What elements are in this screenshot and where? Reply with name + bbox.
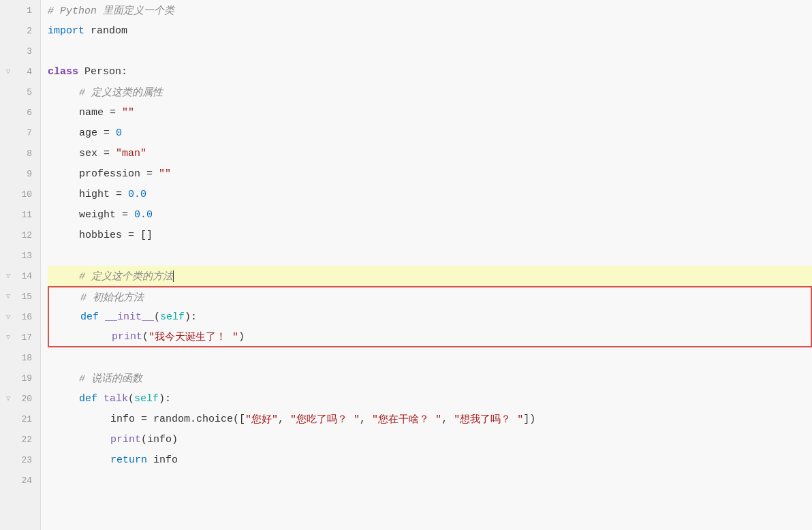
code-line-22: print(info) [48, 429, 812, 450]
token-21-3: "您吃了吗？ " [290, 413, 360, 426]
line-num-text-8: 8 [27, 149, 32, 159]
fold-icon-20[interactable]: ▽ [4, 394, 12, 403]
token-9-1: "" [159, 168, 171, 180]
line-num-text-16: 16 [21, 312, 32, 322]
token-20-4: self [134, 393, 159, 405]
code-area[interactable]: # Python 里面定义一个类import randomclass Perso… [41, 0, 812, 530]
line-number-13: 13 [0, 245, 40, 266]
line-number-24: 24 [0, 470, 40, 490]
token-20-2: talk [104, 393, 128, 405]
line-number-17: ▽17 [0, 327, 40, 347]
code-line-16: def __init__(self): [48, 307, 812, 327]
line-num-text-4: 4 [27, 67, 32, 77]
line-number-23: 23 [0, 450, 40, 470]
line-num-text-15: 15 [21, 292, 32, 302]
token-11-1: 0.0 [134, 209, 153, 221]
line-number-22: 22 [0, 429, 40, 450]
line-number-3: 3 [0, 41, 40, 61]
code-line-14: # 定义这个类的方法 [48, 266, 812, 286]
token-16-0: def [80, 311, 99, 323]
token-17-2: "我今天诞生了！ " [149, 330, 238, 343]
line-number-10: 10 [0, 184, 40, 204]
line-num-text-5: 5 [27, 87, 32, 97]
fold-icon-4[interactable]: ▽ [4, 67, 12, 76]
code-line-24 [48, 470, 812, 490]
line-number-2: 2 [0, 20, 40, 41]
code-editor: 123▽45678910111213▽14▽15▽16▽171819▽20212… [0, 0, 812, 530]
token-21-6: , [441, 414, 454, 425]
token-22-1: (info) [141, 434, 178, 446]
line-num-text-6: 6 [27, 108, 32, 118]
line-number-5: 5 [0, 82, 40, 102]
token-4-0: class [48, 66, 78, 78]
line-number-7: 7 [0, 123, 40, 143]
code-line-15: # 初始化方法 [48, 286, 812, 307]
token-2-1: random [84, 25, 127, 37]
token-7-1: 0 [116, 127, 122, 139]
line-num-text-11: 11 [21, 210, 32, 220]
line-number-8: 8 [0, 143, 40, 163]
token-9-0: profession = [79, 168, 159, 180]
token-19-0: # 说话的函数 [79, 372, 142, 385]
fold-icon-16[interactable]: ▽ [4, 313, 12, 321]
token-20-3: ( [128, 393, 134, 405]
line-num-text-1: 1 [27, 5, 32, 16]
token-21-2: , [278, 414, 290, 425]
token-20-0: def [79, 393, 97, 405]
code-line-9: profession = "" [48, 163, 812, 184]
line-number-1: 1 [0, 0, 40, 20]
code-line-12: hobbies = [] [48, 225, 812, 245]
token-17-0: print [112, 331, 142, 343]
fold-icon-17[interactable]: ▽ [4, 333, 12, 341]
code-line-13 [48, 245, 812, 266]
line-num-text-9: 9 [27, 169, 32, 179]
code-line-11: weight = 0.0 [48, 204, 812, 225]
token-8-0: sex = [79, 148, 116, 159]
token-20-1 [97, 393, 104, 405]
token-16-4: self [160, 311, 185, 323]
token-4-1: Person: [78, 66, 127, 78]
line-num-text-2: 2 [27, 26, 32, 36]
line-number-14: ▽14 [0, 266, 40, 286]
cursor [173, 270, 174, 282]
code-line-3 [48, 41, 812, 61]
token-23-1: info [147, 454, 178, 466]
line-num-text-3: 3 [27, 46, 32, 57]
line-num-text-12: 12 [21, 230, 32, 240]
token-7-0: age = [79, 127, 116, 139]
line-num-text-19: 19 [21, 373, 32, 384]
code-line-21: info = random.choice(["您好", "您吃了吗？ ", "您… [48, 409, 812, 429]
line-number-11: 11 [0, 204, 40, 225]
token-21-5: "您在干啥？ " [372, 413, 441, 426]
token-6-1: "" [122, 107, 134, 119]
code-line-5: # 定义这类的属性 [48, 82, 812, 102]
code-line-17: print("我今天诞生了！ ") [48, 327, 812, 347]
code-line-20: def talk(self): [48, 388, 812, 409]
fold-icon-14[interactable]: ▽ [4, 272, 12, 280]
token-23-0: return [110, 454, 147, 466]
token-5-0: # 定义这类的属性 [79, 86, 163, 99]
line-num-text-7: 7 [27, 128, 32, 138]
token-8-1: "man" [116, 148, 146, 159]
line-num-text-14: 14 [21, 271, 32, 281]
code-line-2: import random [48, 20, 812, 41]
line-number-20: ▽20 [0, 388, 40, 409]
code-line-7: age = 0 [48, 123, 812, 143]
token-2-0: import [48, 25, 84, 37]
token-12-0: hobbies = [] [79, 230, 153, 241]
line-number-16: ▽16 [0, 307, 40, 327]
code-line-19: # 说话的函数 [48, 368, 812, 388]
fold-icon-15[interactable]: ▽ [4, 292, 12, 300]
line-numbers: 123▽45678910111213▽14▽15▽16▽171819▽20212… [0, 0, 41, 530]
token-11-0: weight = [79, 209, 134, 221]
code-line-1: # Python 里面定义一个类 [48, 0, 812, 20]
line-number-12: 12 [0, 225, 40, 245]
token-17-1: ( [142, 331, 149, 343]
code-line-8: sex = "man" [48, 143, 812, 163]
token-15-0: # 初始化方法 [80, 291, 144, 304]
line-num-text-13: 13 [21, 251, 32, 261]
line-num-text-10: 10 [21, 189, 32, 200]
token-6-0: name = [79, 107, 122, 119]
token-16-1 [99, 311, 105, 323]
token-16-5: ): [185, 311, 197, 323]
